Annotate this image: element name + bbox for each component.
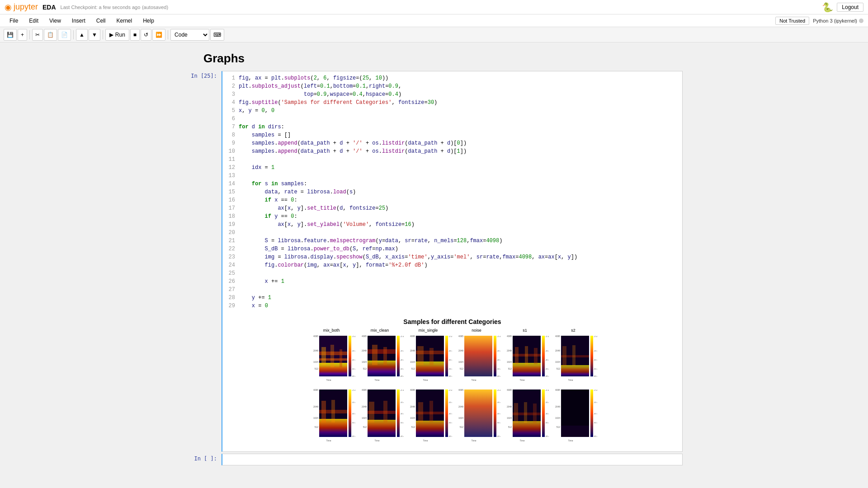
spec-s2-row2: 4095 2048 1024 512 +3 dB -20 dB -40 dB [550, 387, 597, 446]
svg-text:2048: 2048 [458, 405, 463, 408]
svg-text:2048: 2048 [555, 349, 560, 352]
svg-text:-20 dB: -20 dB [545, 350, 549, 352]
cell-type-select[interactable]: Code Markdown Raw [170, 29, 209, 41]
svg-text:-60 dB: -60 dB [352, 422, 355, 424]
svg-text:2048: 2048 [555, 405, 560, 408]
not-trusted-button[interactable]: Not Trusted [775, 17, 809, 25]
svg-text:4095: 4095 [555, 389, 560, 391]
svg-rect-20 [368, 349, 396, 354]
svg-text:Time: Time [423, 439, 428, 442]
svg-text:1024: 1024 [410, 361, 415, 363]
svg-text:512: 512 [508, 367, 512, 370]
svg-text:512: 512 [411, 367, 415, 370]
notebook: Graphs In [25]: 1fig, ax = plt.subplots(… [185, 47, 683, 465]
run-button[interactable]: ▶ Run [105, 29, 129, 41]
spec-svg-mix-single-r2: 4095 2048 1024 512 +3 dB -20 dB -40 dB [405, 387, 452, 446]
keyboard-shortcuts-button[interactable]: ⌨ [210, 29, 224, 41]
code-editor-25[interactable]: 1fig, ax = plt.subplots(2, 6, figsize=(2… [222, 71, 682, 313]
restart-button[interactable]: ↺ [141, 29, 151, 41]
svg-text:-20 dB: -20 dB [497, 350, 500, 352]
spectrogram-output: Samples for different Categories mix_bot… [222, 314, 682, 450]
svg-text:4095: 4095 [506, 389, 511, 391]
svg-text:512: 512 [556, 367, 560, 370]
svg-rect-6 [340, 349, 342, 367]
svg-text:1024: 1024 [458, 417, 463, 419]
spec-svg-noise-r2: 4095 2048 1024 512 +3 dB -20 dB -40 dB [453, 387, 500, 446]
svg-rect-158 [514, 403, 518, 423]
svg-text:4095: 4095 [458, 335, 463, 338]
save-button[interactable]: 💾 [4, 29, 17, 41]
svg-text:Time: Time [568, 379, 573, 381]
svg-rect-38 [429, 348, 434, 365]
svg-text:+3 dB: +3 dB [545, 389, 549, 391]
move-up-button[interactable]: ▲ [76, 29, 88, 41]
add-cell-button[interactable]: + [18, 29, 27, 41]
svg-text:-40 dB: -40 dB [400, 359, 404, 361]
svg-text:-60 dB: -60 dB [400, 422, 404, 424]
spec-main-noise-r2: 4095 2048 1024 512 +3 dB -20 dB -40 dB [453, 387, 500, 446]
cell-content-25[interactable]: 1fig, ax = plt.subplots(2, 6, figsize=(2… [222, 71, 683, 452]
svg-text:-40 dB: -40 dB [352, 413, 355, 415]
svg-text:1024: 1024 [410, 417, 415, 419]
copy-button[interactable]: 📋 [44, 29, 57, 41]
svg-text:-60 dB: -60 dB [594, 368, 597, 370]
menu-cell[interactable]: Cell [91, 16, 111, 25]
svg-rect-80 [561, 365, 589, 376]
svg-text:+3 dB: +3 dB [594, 335, 597, 338]
logout-button[interactable]: Logout [837, 3, 863, 12]
paste-button[interactable]: 📄 [58, 29, 71, 41]
svg-text:4095: 4095 [555, 335, 560, 338]
move-down-button[interactable]: ▼ [89, 29, 100, 41]
spec-main-noise: noise [453, 328, 500, 385]
svg-rect-104 [349, 389, 351, 437]
spec-svg-s2-r2: 4095 2048 1024 512 +3 dB -20 dB -40 dB [550, 387, 597, 446]
spec-label-mix-both: mix_both [308, 328, 355, 333]
svg-text:-20 dB: -20 dB [545, 401, 549, 404]
notebook-title: EDA [42, 4, 56, 11]
svg-rect-43 [445, 336, 448, 376]
spec-mix-single-row2: 4095 2048 1024 512 +3 dB -20 dB -40 dB [405, 387, 452, 446]
spec-s1-row2: 4095 2048 1024 512 +3 dB -20 dB -40 dB [501, 387, 549, 446]
interrupt-button[interactable]: ■ [130, 29, 140, 41]
cell-content-empty[interactable] [222, 454, 683, 465]
svg-text:512: 512 [556, 426, 560, 428]
spec-mix-clean-row1: mix_clean [356, 328, 404, 385]
spectrogram-grid: mix_both [226, 328, 679, 446]
svg-text:Time: Time [374, 379, 379, 381]
svg-rect-160 [533, 404, 537, 423]
spec-main-mix-both-r2: 4095 2048 1024 512 [308, 387, 355, 446]
svg-rect-148 [494, 389, 496, 437]
svg-text:-20 dB: -20 dB [400, 401, 404, 404]
svg-text:-60 dB: -60 dB [545, 422, 549, 424]
spec-main-s2: s2 4095 2048 [550, 328, 597, 385]
svg-text:-80 dB: -80 dB [497, 375, 500, 377]
fast-forward-button[interactable]: ⏩ [152, 29, 165, 41]
menu-view[interactable]: View [44, 16, 66, 25]
spectrogram-row-1: mix_both [226, 328, 679, 385]
spec-svg-s1-r2: 4095 2048 1024 512 +3 dB -20 dB -40 dB [501, 387, 549, 446]
svg-text:Time: Time [326, 379, 331, 381]
svg-text:4095: 4095 [361, 389, 366, 391]
svg-text:-20 dB: -20 dB [594, 350, 597, 352]
empty-code-area[interactable] [222, 454, 682, 465]
menu-edit[interactable]: Edit [24, 16, 43, 25]
plot-title: Samples for different Categories [403, 318, 501, 325]
svg-text:1024: 1024 [555, 417, 560, 419]
svg-text:1024: 1024 [506, 361, 511, 363]
svg-text:-20 dB: -20 dB [448, 401, 452, 404]
cut-button[interactable]: ✂ [32, 29, 43, 41]
menu-file[interactable]: File [5, 16, 23, 25]
svg-text:4095: 4095 [313, 335, 318, 338]
menu-help[interactable]: Help [138, 16, 159, 25]
svg-text:Time: Time [423, 379, 428, 381]
spec-main-mix-both: mix_both [308, 328, 355, 385]
main-content: Graphs In [25]: 1fig, ax = plt.subplots(… [0, 42, 868, 488]
spec-label-mix-single: mix_single [405, 328, 452, 333]
svg-text:4095: 4095 [410, 335, 415, 338]
menu-kernel[interactable]: Kernel [112, 16, 137, 25]
spec-noise-row1: noise [453, 328, 500, 385]
spec-label-noise: noise [453, 328, 500, 333]
svg-text:-40 dB: -40 dB [497, 359, 500, 361]
menu-insert[interactable]: Insert [67, 16, 90, 25]
checkpoint-info: Last Checkpoint: a few seconds ago (auto… [61, 4, 168, 10]
